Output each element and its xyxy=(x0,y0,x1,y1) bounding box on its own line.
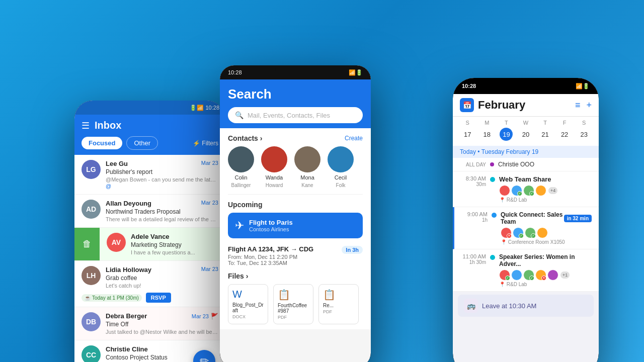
flight-card[interactable]: ✈ Flight to Paris Contoso Airlines xyxy=(228,213,363,238)
table-row[interactable]: AD Allan Deyoung Mar 23 Northwind Trader… xyxy=(74,195,225,228)
avatar: ✓ xyxy=(499,269,510,281)
avatar: LH xyxy=(82,266,101,285)
cal-day-18[interactable]: 18 xyxy=(477,128,497,141)
contact-name: Wanda xyxy=(266,174,283,180)
day-s1: S xyxy=(458,120,477,126)
search-bar[interactable]: 🔍 Mail, Events, Contacts, Files xyxy=(228,107,363,123)
event-time: 8:30 AM 30m xyxy=(460,175,486,187)
table-row[interactable]: 🗑 AV Adele Vance Marketing Strategy I ha… xyxy=(74,228,225,261)
table-row[interactable]: ALL DAY Christie OOO xyxy=(453,158,599,171)
event-dot-webteam xyxy=(490,177,495,182)
add-event-button[interactable]: + xyxy=(586,100,592,111)
cal-day-22[interactable]: 22 xyxy=(555,128,575,141)
list-item[interactable]: Wanda Howard xyxy=(261,146,287,188)
calendar-header: 📅 February ≡ + xyxy=(453,94,599,117)
mail-content: Lee Gu Mar 23 Publisher's report @Megan … xyxy=(106,160,218,189)
pdf-icon-2: 📋 xyxy=(323,289,354,301)
contact-name: Colin xyxy=(234,174,247,180)
create-link[interactable]: Create xyxy=(345,135,363,142)
left-status-icons: 🔋📶 10:28 xyxy=(190,105,219,111)
day-t2: T xyxy=(535,120,555,126)
avatar xyxy=(228,146,254,172)
list-item[interactable]: 📋 Re... PDF xyxy=(318,284,359,324)
extra-count: +1 xyxy=(560,272,570,279)
list-item[interactable]: Cecil Folk xyxy=(328,146,354,188)
check-badge: ✓ xyxy=(531,233,536,238)
rsvp-button[interactable]: RSVP xyxy=(146,293,171,303)
mail-date: Mar 23 xyxy=(192,313,209,319)
other-tab[interactable]: Other xyxy=(126,136,158,150)
archive-action[interactable]: 🗑 xyxy=(74,228,100,260)
leave-banner[interactable]: 🚌 Leave at 10:30 AM xyxy=(458,295,594,317)
list-item[interactable]: 📋 FourthCoffee#987 PDF xyxy=(273,284,313,324)
table-row[interactable]: 9:00 AM 1h Quick Connect: Sales Team in … xyxy=(453,207,599,249)
avatar: ✓ xyxy=(523,269,534,281)
table-row[interactable]: LG Lee Gu Mar 23 Publisher's report @Meg… xyxy=(74,155,225,195)
avatar: DB xyxy=(82,312,101,331)
list-item[interactable]: W Blog_Post_Draft DOCX xyxy=(228,284,268,324)
cal-day-19-today[interactable]: 19 xyxy=(500,128,513,141)
mail-subject: Publisher's report xyxy=(106,168,218,175)
event-dot-quickconnect xyxy=(492,213,497,218)
file-type: PDF xyxy=(278,315,309,320)
day-t1: T xyxy=(497,120,516,126)
contacts-label: Contacts › xyxy=(228,134,262,142)
flag-icon: 🚩 xyxy=(211,313,218,320)
table-row[interactable]: DB Debra Berger Mar 23 🚩 Time Off Just t… xyxy=(74,307,225,340)
table-row[interactable]: LH Lidia Holloway Mar 23 Grab coffee Let… xyxy=(74,261,225,307)
x-badge: ✕ xyxy=(507,233,512,238)
mail-date: Mar 23 xyxy=(201,266,218,274)
avatar: LG xyxy=(82,160,101,179)
mail-preview: @Megan Bowen - can you send me the lates… xyxy=(106,176,218,183)
sender-name: Christie Cline xyxy=(106,345,148,353)
avatar xyxy=(547,269,558,281)
table-row[interactable]: 11:00 AM 1h 30m Speaker Series: Women in… xyxy=(453,249,599,292)
event-dot-speaker xyxy=(490,255,495,260)
filter-button[interactable]: ⚡ Filters xyxy=(193,140,218,147)
table-row[interactable]: 8:30 AM 30m Web Team Share ✓ xyxy=(453,171,599,207)
list-item[interactable]: Mona Kane xyxy=(294,146,320,188)
allday-label: ALL DAY xyxy=(460,162,486,167)
meeting-time-badge: ☕ Today at 1 PM (30m) xyxy=(82,294,142,302)
focused-tab[interactable]: Focused xyxy=(82,137,122,149)
bus-icon: 🚌 xyxy=(464,299,478,313)
right-status-icons: 📶🔋 xyxy=(576,83,590,89)
list-view-button[interactable]: ≡ xyxy=(575,100,581,111)
mail-preview: There will be a detailed legal review of… xyxy=(106,216,218,222)
check-badge: ✓ xyxy=(519,233,524,238)
event-list: ALL DAY Christie OOO 8:30 AM 30m Web Tea… xyxy=(453,158,599,292)
search-placeholder: Mail, Events, Contacts, Files xyxy=(248,112,330,119)
contacts-row: Colin Ballinger Wanda Howard Mona Kane C… xyxy=(220,146,371,194)
sender-name: Adele Vance xyxy=(131,233,170,240)
check-badge: ✓ xyxy=(505,276,510,281)
files-section-header: Files › xyxy=(220,268,371,284)
mid-notch: 10:28 📶🔋 xyxy=(220,65,371,79)
extra-count: +4 xyxy=(548,187,557,194)
pdf-icon: 📋 xyxy=(278,289,309,301)
event-content: Web Team Share ✓ ✓ xyxy=(499,175,592,203)
menu-icon[interactable]: ☰ xyxy=(82,120,90,131)
day-w: W xyxy=(516,120,536,126)
avatar xyxy=(537,227,548,238)
swipe-content: AV Adele Vance Marketing Strategy I have… xyxy=(100,228,225,260)
file-type: PDF xyxy=(323,309,354,314)
mail-list: LG Lee Gu Mar 23 Publisher's report @Meg… xyxy=(74,155,225,362)
cal-day-23[interactable]: 23 xyxy=(574,128,594,141)
avatar xyxy=(511,269,522,281)
phone-mid: 10:28 📶🔋 Search 🔍 Mail, Events, Contacts… xyxy=(220,65,371,362)
list-item[interactable]: Colin Ballinger xyxy=(228,146,254,188)
sender-name: Lee Gu xyxy=(106,160,128,167)
header-left: 📅 February xyxy=(460,98,525,112)
avatar xyxy=(499,185,510,196)
time-badge: In 3h xyxy=(342,246,363,254)
cal-day-21[interactable]: 21 xyxy=(535,128,555,141)
cal-day-17[interactable]: 17 xyxy=(458,128,477,141)
avatar xyxy=(328,146,354,172)
flight-from: From: Mon, Dec 11 2:20 PM xyxy=(228,254,363,260)
phone-left: 🔋📶 10:28 ☰ Inbox Focused Other ⚡ Filters… xyxy=(74,101,225,362)
cal-day-20[interactable]: 20 xyxy=(516,128,536,141)
search-body: Contacts › Create Colin Ballinger Wanda … xyxy=(220,128,371,329)
left-header: ☰ Inbox xyxy=(74,115,225,136)
event-avatars: ✕ ✓ ✓ xyxy=(501,227,592,238)
mail-content: Debra Berger Mar 23 🚩 Time Off Just talk… xyxy=(106,312,218,335)
